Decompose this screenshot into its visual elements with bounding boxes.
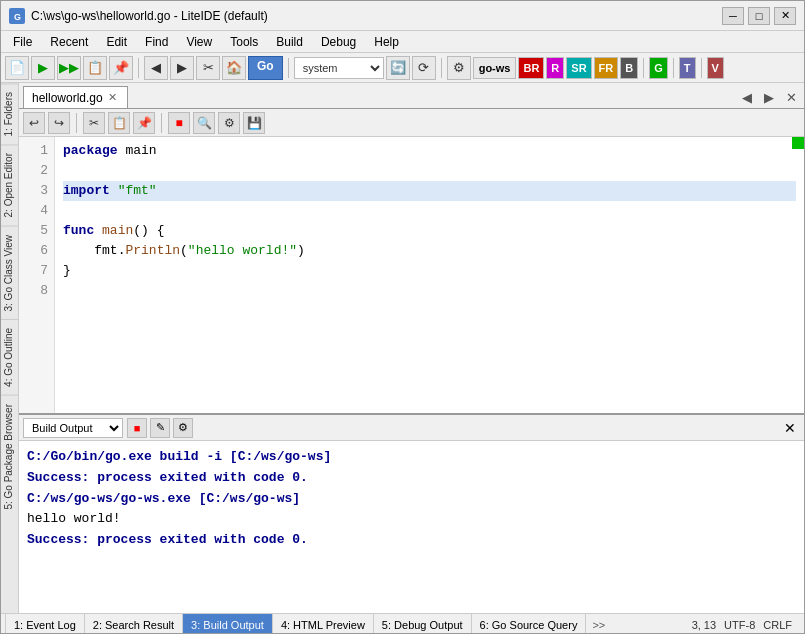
badge-sr[interactable]: SR: [566, 57, 591, 79]
line-num-8: 8: [19, 281, 48, 301]
window-title: C:\ws\go-ws\helloworld.go - LiteIDE (def…: [31, 9, 722, 23]
side-label-3:-go-class-view[interactable]: 3: Go Class View: [1, 226, 18, 320]
close-panel-button[interactable]: ✕: [780, 418, 800, 438]
stop-button[interactable]: ■: [168, 112, 190, 134]
copy-button-ed[interactable]: 📋: [108, 112, 130, 134]
run-button-green[interactable]: ▶: [31, 56, 55, 80]
refresh-button[interactable]: 🔄: [386, 56, 410, 80]
tab-close-icon[interactable]: ✕: [108, 91, 117, 104]
menu-item-tools[interactable]: Tools: [222, 33, 266, 51]
sync-button[interactable]: ⟳: [412, 56, 436, 80]
badge-r[interactable]: R: [546, 57, 564, 79]
toolbar: 📄 ▶ ▶▶ 📋 📌 ◀ ▶ ✂ 🏠 Go system 🔄 ⟳ ⚙ go-ws…: [1, 53, 804, 83]
line-num-4: 4: [19, 201, 48, 221]
toolbar-separator-2: [288, 58, 289, 78]
title-bar: G C:\ws\go-ws\helloworld.go - LiteIDE (d…: [1, 1, 804, 31]
menu-item-edit[interactable]: Edit: [98, 33, 135, 51]
editor-tab-helloworld[interactable]: helloworld.go ✕: [23, 86, 128, 108]
side-label-1:-folders[interactable]: 1: Folders: [1, 83, 18, 144]
status-item-2:-search-result[interactable]: 2: Search Result: [85, 614, 183, 634]
tab-nav-left[interactable]: ◀: [738, 88, 756, 106]
line-num-2: 2: [19, 161, 48, 181]
window-controls: ─ □ ✕: [722, 7, 796, 25]
run-button-green2[interactable]: ▶▶: [57, 56, 81, 80]
menu-item-build[interactable]: Build: [268, 33, 311, 51]
menu-item-file[interactable]: File: [5, 33, 40, 51]
menu-bar: FileRecentEditFindViewToolsBuildDebugHel…: [1, 31, 804, 53]
build-output-header: Build Output ■ ✎ ⚙ ✕: [19, 415, 804, 441]
badge-br[interactable]: BR: [518, 57, 544, 79]
badge-fr[interactable]: FR: [594, 57, 619, 79]
paste-button[interactable]: 📌: [109, 56, 133, 80]
system-select[interactable]: system: [294, 57, 384, 79]
badge-g[interactable]: G: [649, 57, 668, 79]
redo-button[interactable]: ↪: [48, 112, 70, 134]
toolbar-separator-5: [673, 58, 674, 78]
code-line-4: [63, 201, 796, 221]
menu-item-debug[interactable]: Debug: [313, 33, 364, 51]
build-output-line: hello world!: [27, 509, 796, 530]
new-file-button[interactable]: 📄: [5, 56, 29, 80]
gear-button[interactable]: ⚙: [218, 112, 240, 134]
tab-nav-right[interactable]: ▶: [760, 88, 778, 106]
badge-v[interactable]: V: [707, 57, 724, 79]
status-item-6:-go-source-query[interactable]: 6: Go Source Query: [472, 614, 587, 634]
status-item-5:-debug-output[interactable]: 5: Debug Output: [374, 614, 472, 634]
code-line-7: }: [63, 261, 796, 281]
menu-item-recent[interactable]: Recent: [42, 33, 96, 51]
code-line-1: package main: [63, 141, 796, 161]
bottom-panel: Build Output ■ ✎ ⚙ ✕ C:/Go/bin/go.exe bu…: [19, 413, 804, 613]
toolbar-separator-6: [701, 58, 702, 78]
code-line-8: [63, 281, 796, 301]
minimize-button[interactable]: ─: [722, 7, 744, 25]
side-label-5:-go-package-browser[interactable]: 5: Go Package Browser: [1, 395, 18, 518]
status-item-4:-html-preview[interactable]: 4: HTML Preview: [273, 614, 374, 634]
status-item-1:-event-log[interactable]: 1: Event Log: [5, 614, 85, 634]
save-button[interactable]: 💾: [243, 112, 265, 134]
code-line-5: func main() {: [63, 221, 796, 241]
cut-button[interactable]: ✂: [196, 56, 220, 80]
settings-build-button[interactable]: ⚙: [173, 418, 193, 438]
build-output-line: Success: process exited with code 0.: [27, 530, 796, 551]
settings-button[interactable]: ⚙: [447, 56, 471, 80]
line-num-3: 3: [19, 181, 48, 201]
go-button[interactable]: Go: [248, 56, 283, 80]
code-content[interactable]: package mainimport "fmt"func main() { fm…: [55, 137, 804, 413]
editor-tab-bar: helloworld.go ✕ ◀ ▶ ✕: [19, 83, 804, 109]
cut-button-ed[interactable]: ✂: [83, 112, 105, 134]
clear-build-button[interactable]: ✎: [150, 418, 170, 438]
status-right: 3, 13 UTF-8 CRLF: [692, 619, 800, 631]
status-item-3:-build-output[interactable]: 3: Build Output: [183, 614, 273, 634]
menu-item-find[interactable]: Find: [137, 33, 176, 51]
line-num-7: 7: [19, 261, 48, 281]
close-button[interactable]: ✕: [774, 7, 796, 25]
paste-button-ed[interactable]: 📌: [133, 112, 155, 134]
code-editor[interactable]: 12345678 package mainimport "fmt"func ma…: [19, 137, 804, 413]
encoding: UTF-8: [724, 619, 755, 631]
line-num-1: 1: [19, 141, 48, 161]
badge-t[interactable]: T: [679, 57, 696, 79]
debug-button[interactable]: 🔍: [193, 112, 215, 134]
status-arrows: >>: [586, 619, 611, 631]
undo-button[interactable]: ↩: [23, 112, 45, 134]
toolbar-separator-3: [441, 58, 442, 78]
svg-text:G: G: [14, 12, 21, 22]
tab-close-all[interactable]: ✕: [782, 88, 800, 106]
build-output-line: Success: process exited with code 0.: [27, 468, 796, 489]
copy-button[interactable]: 📋: [83, 56, 107, 80]
home-button[interactable]: 🏠: [222, 56, 246, 80]
code-line-3: import "fmt": [63, 181, 796, 201]
editor-toolbar: ↩ ↪ ✂ 📋 📌 ■ 🔍 ⚙ 💾: [19, 109, 804, 137]
maximize-button[interactable]: □: [748, 7, 770, 25]
forward-button[interactable]: ▶: [170, 56, 194, 80]
menu-item-view[interactable]: View: [178, 33, 220, 51]
build-output-content: C:/Go/bin/go.exe build -i [C:/ws/go-ws]S…: [19, 441, 804, 613]
go-ws-label[interactable]: go-ws: [473, 57, 517, 79]
badge-b[interactable]: B: [620, 57, 638, 79]
side-label-2:-open-editor[interactable]: 2: Open Editor: [1, 144, 18, 225]
side-label-4:-go-outline[interactable]: 4: Go Outline: [1, 319, 18, 395]
build-output-select[interactable]: Build Output: [23, 418, 123, 438]
menu-item-help[interactable]: Help: [366, 33, 407, 51]
stop-build-button[interactable]: ■: [127, 418, 147, 438]
back-button[interactable]: ◀: [144, 56, 168, 80]
